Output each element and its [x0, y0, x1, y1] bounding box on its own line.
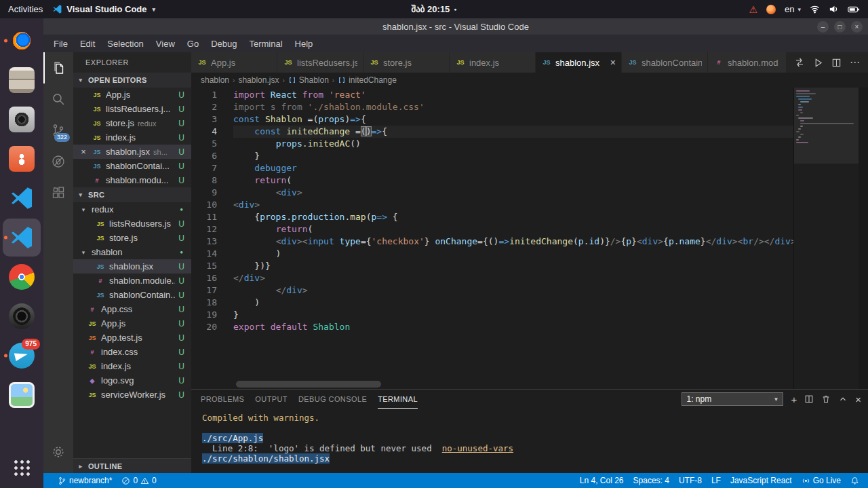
- code-line[interactable]: <div><input type={'checkbox'} onChange={…: [233, 236, 793, 248]
- kill-terminal-button[interactable]: [821, 394, 831, 404]
- code-line[interactable]: }: [233, 309, 793, 321]
- code-line[interactable]: props.initedAC(): [233, 138, 793, 150]
- encoding-status[interactable]: UTF-8: [674, 473, 707, 488]
- maximize-panel-button[interactable]: [838, 394, 848, 404]
- file-item[interactable]: JSApp.test.jsU: [73, 331, 191, 345]
- breadcrumb-item[interactable]: Shablon: [288, 75, 329, 85]
- code-line[interactable]: <div>: [233, 199, 793, 211]
- open-editor-item[interactable]: ×JSshablon.jsxsh...U: [73, 145, 191, 159]
- panel-tab-problems[interactable]: PROBLEMS: [201, 390, 244, 409]
- problems-status[interactable]: 0 0: [117, 473, 161, 488]
- dock-firefox[interactable]: [3, 22, 41, 60]
- file-item[interactable]: JSlistsRedusers.jsU: [73, 217, 191, 231]
- code-line[interactable]: })}: [233, 260, 793, 272]
- close-icon[interactable]: ×: [79, 147, 88, 157]
- panel-tab-output[interactable]: OUTPUT: [255, 390, 288, 409]
- new-terminal-button[interactable]: +: [791, 394, 797, 405]
- tab-shablon.jsx[interactable]: JSshablon.jsx×: [536, 52, 622, 73]
- menu-go[interactable]: Go: [181, 35, 205, 52]
- open-editor-item[interactable]: JSstore.jsreduxU: [73, 116, 191, 130]
- tab-App.js[interactable]: JSApp.js: [191, 52, 277, 73]
- indentation-status[interactable]: Spaces: 4: [629, 473, 674, 488]
- activity-search[interactable]: [43, 83, 73, 115]
- language-mode-status[interactable]: JavaScript React: [726, 473, 797, 488]
- code-line[interactable]: </div>: [233, 284, 793, 297]
- activity-extensions[interactable]: [43, 177, 73, 208]
- breadcrumb-item[interactable]: shablon: [201, 75, 229, 85]
- activity-explorer[interactable]: [43, 52, 73, 83]
- code-line[interactable]: const initedChange =()=>{: [233, 126, 793, 138]
- split-terminal-button[interactable]: [804, 394, 814, 404]
- menu-terminal[interactable]: Terminal: [243, 35, 288, 52]
- tab-store.js[interactable]: JSstore.js: [363, 52, 450, 73]
- tab-listsRedusers.js[interactable]: JSlistsRedusers.js: [277, 52, 363, 73]
- code-line[interactable]: </div>: [233, 272, 793, 284]
- open-changes-button[interactable]: [794, 57, 805, 68]
- close-button[interactable]: ×: [851, 21, 863, 33]
- dock-music[interactable]: [3, 100, 41, 138]
- dock-lens[interactable]: [3, 297, 41, 335]
- dock-vscode-active[interactable]: [3, 219, 41, 257]
- code-line[interactable]: }: [233, 150, 793, 162]
- file-item[interactable]: ◆logo.svgU: [73, 373, 191, 388]
- menu-view[interactable]: View: [150, 35, 181, 52]
- terminal-output[interactable]: Compiled with warnings. ./src/App.js Lin…: [191, 409, 868, 473]
- code-line[interactable]: {props.production.map(p=> {: [233, 211, 793, 223]
- code-line[interactable]: ): [233, 297, 793, 309]
- window-title-bar[interactable]: shablon.jsx - src - Visual Studio Code –…: [43, 18, 868, 35]
- file-item[interactable]: JSstore.jsU: [73, 231, 191, 245]
- folder-item[interactable]: ▾shablon●: [73, 245, 191, 259]
- minimap[interactable]: [793, 88, 859, 389]
- split-editor-button[interactable]: [831, 58, 842, 68]
- file-item[interactable]: #shablon.module...U: [73, 274, 191, 288]
- vertical-scrollbar[interactable]: [859, 88, 868, 389]
- menu-file[interactable]: File: [47, 35, 74, 52]
- open-editor-item[interactable]: JSApp.jsU: [73, 88, 191, 102]
- lint-rule-link[interactable]: no-unused-vars: [442, 443, 513, 453]
- activity-debug[interactable]: [43, 146, 73, 177]
- menu-edit[interactable]: Edit: [74, 35, 101, 52]
- dock-files[interactable]: [3, 61, 41, 99]
- notifications-bell[interactable]: [846, 473, 864, 488]
- tab-shablon.mod[interactable]: #shablon.mod: [708, 52, 786, 73]
- open-editor-item[interactable]: #shablon.modu...U: [73, 173, 191, 187]
- tab-index.js[interactable]: JSindex.js: [450, 52, 536, 73]
- show-applications-button[interactable]: [8, 454, 35, 481]
- src-section-header[interactable]: ▾ SRC: [73, 187, 191, 202]
- panel-tab-terminal[interactable]: TERMINAL: [378, 390, 418, 409]
- menu-selection[interactable]: Selection: [101, 35, 149, 52]
- code-line[interactable]: import React from 'react': [233, 89, 793, 101]
- app-menu-button[interactable]: Visual Studio Code ▾: [52, 4, 155, 14]
- dock-photos[interactable]: [3, 376, 41, 414]
- git-branch-status[interactable]: newbranch*: [53, 473, 117, 488]
- more-actions-button[interactable]: ⋯: [850, 56, 860, 69]
- code-line[interactable]: ): [233, 248, 793, 260]
- system-tray[interactable]: ⚠ en ▾: [749, 4, 868, 15]
- code-line[interactable]: return(: [233, 223, 793, 236]
- menu-debug[interactable]: Debug: [205, 35, 243, 52]
- file-item[interactable]: JSserviceWorker.jsU: [73, 388, 191, 402]
- close-icon[interactable]: ×: [610, 57, 616, 68]
- code-line[interactable]: import s from './shablon.module.css': [233, 101, 793, 113]
- open-editor-item[interactable]: JSindex.jsU: [73, 130, 191, 145]
- editor-code-area[interactable]: 1234567891011121314151617181920 import R…: [191, 88, 868, 389]
- open-editor-item[interactable]: JSshablonContai...U: [73, 159, 191, 173]
- keyboard-layout-indicator[interactable]: en ▾: [785, 4, 801, 14]
- outline-section-header[interactable]: ▸ OUTLINE: [73, 458, 191, 473]
- breadcrumb-item[interactable]: initedChange: [338, 75, 397, 85]
- terminal-picker[interactable]: 1: npm ▼: [682, 392, 783, 406]
- horizontal-scrollbar-thumb[interactable]: [236, 381, 381, 388]
- minimap-slider[interactable]: [794, 88, 859, 164]
- code-line[interactable]: <div>: [233, 187, 793, 199]
- manage-button[interactable]: [43, 436, 73, 468]
- breadcrumb-item[interactable]: shablon.jsx: [238, 75, 279, 85]
- go-live-button[interactable]: Go Live: [797, 473, 846, 488]
- code-line[interactable]: const Shablon =(props)=>{: [233, 113, 793, 126]
- cursor-position-status[interactable]: Ln 4, Col 26: [575, 473, 629, 488]
- dock-telegram[interactable]: 975: [3, 337, 41, 375]
- activities-button[interactable]: Activities: [8, 4, 43, 14]
- dock-software[interactable]: [3, 140, 41, 178]
- file-item[interactable]: #App.cssU: [73, 302, 191, 316]
- close-panel-button[interactable]: ×: [855, 394, 861, 405]
- eol-status[interactable]: LF: [707, 473, 726, 488]
